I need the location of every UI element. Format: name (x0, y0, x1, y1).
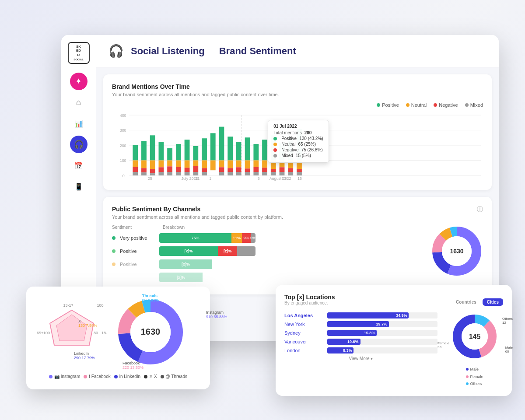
loc-row-london: London 8.3% (284, 347, 438, 354)
locations-title: Top [x] Locations (284, 294, 335, 301)
svg-rect-52 (219, 167, 224, 172)
svg-text:200: 200 (120, 144, 126, 148)
svg-rect-30 (176, 144, 181, 160)
col-sentiment-header: Sentiment (112, 225, 156, 230)
gender-donut: 145 Others12 Male60 Female33 (451, 312, 499, 362)
tab-countries[interactable]: Countries (452, 298, 481, 306)
svg-rect-32 (176, 167, 181, 172)
legend-negative: Negative (434, 102, 458, 108)
svg-rect-21 (150, 173, 155, 175)
svg-rect-41 (193, 172, 198, 175)
breakdown-bar-very-positive: 75% 11% 9% 5% (159, 233, 256, 243)
content-header: 🎧 Social Listening Brand Sentiment (96, 35, 499, 67)
floating-donut-panel: 13-17 100 18-24 80 65+ 100 Threads80 4.9… (26, 287, 210, 389)
public-sentiment-subtitle: Your brand sentiment across all mentions… (112, 214, 283, 220)
sidebar-item-magic[interactable]: ✦ (70, 73, 88, 90)
svg-rect-47 (210, 161, 216, 171)
bar-chart-area: 400 300 200 100 0 (112, 111, 483, 181)
svg-rect-55 (228, 161, 233, 168)
channel-donut-small: 1630 (430, 225, 483, 277)
svg-rect-19 (150, 161, 155, 169)
svg-rect-80 (280, 167, 285, 172)
svg-text:145: 145 (469, 333, 481, 340)
sidebar-item-chart[interactable]: 📊 (70, 115, 88, 132)
header-title-main: Social Listening (131, 46, 205, 57)
sidebar-item-listening[interactable]: 🎧 (70, 136, 88, 153)
main-channel-donut: Threads80 4.91% Instagram910 55.83% X130… (116, 297, 186, 369)
svg-rect-10 (133, 145, 138, 161)
svg-text:13-17: 13-17 (63, 303, 73, 308)
loc-row-la: Los Angeles 34.9% (284, 312, 438, 318)
sidebar-item-home[interactable]: ⌂ (70, 94, 88, 111)
svg-rect-17 (141, 172, 147, 175)
svg-rect-13 (133, 172, 138, 175)
svg-rect-51 (219, 161, 224, 168)
svg-rect-67 (253, 161, 259, 167)
svg-text:1630: 1630 (450, 248, 463, 255)
svg-rect-18 (150, 135, 155, 160)
brand-mentions-title: Brand Mentions Over Time (112, 83, 483, 90)
sidebar-item-mobile[interactable]: 📱 (70, 178, 88, 195)
app-logo: SKEDDSOCIAL (68, 42, 90, 64)
loc-row-sydney: Sydney 15.8% (284, 330, 438, 336)
svg-text:80: 80 (94, 331, 98, 335)
sentiment-row-neutral: Positive [x]% (112, 259, 422, 269)
locations-panel: Top [x] Locations By engaged audience. C… (276, 285, 512, 396)
tooltip-total: Total mentions 280 (273, 130, 323, 135)
threads-label: Threads80 4.91% (142, 294, 159, 302)
brand-mentions-subtitle: Your brand sentiment across all mentions… (112, 92, 483, 97)
svg-text:65+: 65+ (37, 331, 43, 335)
gender-legend: Male Female Others (466, 366, 483, 387)
svg-text:18-24: 18-24 (102, 331, 107, 335)
svg-rect-31 (176, 161, 181, 167)
svg-rect-72 (262, 168, 267, 172)
svg-rect-25 (158, 172, 164, 175)
svg-rect-20 (150, 169, 155, 173)
svg-rect-42 (202, 138, 207, 160)
chart-legend: Positive Neutral Negative Mixed (112, 102, 483, 108)
view-more-btn[interactable]: View More ▾ (284, 356, 438, 361)
svg-rect-37 (185, 172, 190, 175)
svg-rect-56 (228, 168, 233, 172)
legend-positive: Positive (377, 102, 399, 108)
svg-text:400: 400 (120, 113, 126, 118)
svg-rect-28 (167, 166, 172, 172)
location-tabs: Countries Cities (452, 298, 503, 306)
svg-text:15: 15 (298, 176, 302, 181)
svg-rect-66 (253, 144, 259, 160)
svg-text:100: 100 (120, 158, 126, 163)
instagram-label: Instagram910 55.83% (206, 310, 227, 319)
svg-rect-45 (202, 172, 207, 175)
header-divider (212, 45, 212, 58)
gender-section: 145 Others12 Male60 Female33 Male Female… (446, 312, 503, 387)
location-bars: Los Angeles 34.9% New York 19.7% Sydney … (284, 312, 438, 387)
svg-rect-15 (141, 161, 147, 168)
x-label: X130 7.98% (78, 319, 97, 328)
legend-neutral: Neutral (406, 102, 427, 108)
svg-rect-70 (262, 140, 267, 160)
svg-rect-62 (245, 137, 250, 160)
svg-text:10: 10 (282, 176, 286, 181)
svg-rect-61 (236, 172, 242, 175)
panel-legend: 📷 Instagram f Facebook in LinkedIn ✕ X @… (37, 374, 200, 379)
svg-rect-44 (202, 168, 207, 172)
svg-rect-88 (297, 169, 302, 172)
loc-row-ny: New York 19.7% (284, 321, 438, 327)
svg-text:25: 25 (148, 176, 152, 181)
sentiment-row-positive: Positive [x]% [z]% (112, 246, 422, 256)
loc-row-vancouver: Vancouver 10.6% (284, 339, 438, 345)
sentiment-row-negative: [x]% (112, 273, 422, 282)
svg-rect-34 (185, 140, 190, 160)
legend-mixed: Mixed (465, 102, 483, 108)
info-icon[interactable]: ⓘ (477, 206, 483, 214)
svg-rect-84 (288, 168, 293, 172)
tab-cities[interactable]: Cities (483, 298, 503, 306)
svg-text:300: 300 (120, 128, 126, 133)
svg-rect-26 (167, 148, 172, 161)
sentiment-row-very-positive: Very positive 75% 11% 9% 5% (112, 233, 422, 243)
svg-text:1: 1 (209, 176, 211, 181)
tooltip-date: 01 Jul 2022 (273, 124, 323, 129)
svg-rect-16 (141, 168, 147, 172)
svg-rect-65 (245, 172, 250, 175)
sidebar-item-calendar[interactable]: 📅 (70, 157, 88, 174)
